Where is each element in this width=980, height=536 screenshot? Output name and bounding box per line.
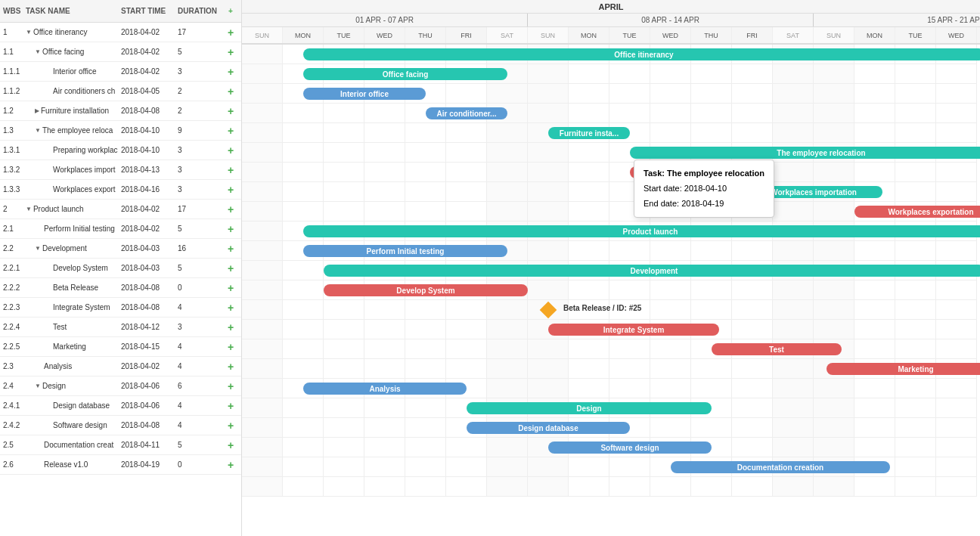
task-name: ▼ Office facing: [26, 48, 121, 56]
add-task-button[interactable]: +: [223, 341, 238, 353]
task-duration: 4: [178, 421, 223, 429]
task-wbs: 1.3.2: [3, 166, 26, 174]
task-duration: 5: [178, 441, 223, 449]
task-duration: 6: [178, 382, 223, 390]
task-start: 2018-04-08: [121, 283, 178, 292]
add-task-button[interactable]: +: [223, 164, 238, 176]
gantt-bar[interactable]: Design database: [467, 422, 630, 434]
gantt-bar[interactable]: Documentation creation: [671, 461, 890, 473]
expand-icon[interactable]: ▼: [26, 29, 32, 36]
gantt-bar[interactable]: Marketing: [826, 363, 980, 375]
task-name: Perform Initial testing: [26, 225, 121, 233]
add-task-button[interactable]: +: [223, 262, 238, 274]
add-task-button[interactable]: +: [223, 400, 238, 412]
task-duration: 9: [178, 126, 223, 135]
start-header: START TIME: [121, 7, 178, 15]
gantt-bar[interactable]: P...: [630, 166, 752, 178]
gantt-bar[interactable]: Develop System: [324, 284, 528, 296]
add-task-button[interactable]: +: [223, 66, 238, 78]
add-task-button[interactable]: +: [223, 321, 238, 333]
gantt-bar[interactable]: Analysis: [303, 383, 467, 395]
add-task-button[interactable]: +: [223, 302, 238, 314]
add-column-header[interactable]: +: [223, 7, 238, 15]
add-task-button[interactable]: +: [223, 203, 238, 215]
task-name: ▶ Furniture installation: [26, 107, 121, 115]
add-task-button[interactable]: +: [223, 361, 238, 373]
gantt-bar[interactable]: Development: [324, 265, 980, 277]
day-cell: TUE: [609, 27, 650, 43]
task-row: 2.2.1 Develop System 2018-04-03 5 +: [0, 259, 241, 278]
task-name: ▼ Development: [26, 244, 121, 253]
task-duration: 16: [178, 244, 223, 253]
add-task-button[interactable]: +: [223, 439, 238, 451]
gantt-row: [242, 300, 977, 320]
task-name: Documentation creat: [26, 441, 121, 449]
task-duration: 2: [178, 87, 223, 95]
task-row: 2.1 Perform Initial testing 2018-04-02 5…: [0, 219, 241, 239]
gantt-bar[interactable]: Workplaces importation: [745, 186, 882, 198]
task-start: 2018-04-11: [121, 441, 178, 449]
gantt-bar[interactable]: Perform Initial testing: [303, 245, 507, 257]
add-task-button[interactable]: +: [223, 184, 238, 196]
task-duration: 0: [178, 460, 223, 469]
gantt-bar[interactable]: Workplaces exportation: [854, 206, 980, 218]
task-name-text: Perform Initial testing: [44, 225, 115, 233]
expand-icon[interactable]: ▼: [35, 383, 41, 389]
gantt-bar[interactable]: Software design: [548, 442, 712, 454]
task-name: Air conditioners ch: [26, 87, 121, 95]
task-name-text: Beta Release: [53, 283, 98, 292]
task-row: 1.1.2 Air conditioners ch 2018-04-05 2 +: [0, 82, 241, 101]
wbs-header: WBS: [3, 7, 26, 15]
gantt-bar[interactable]: Air conditioner...: [426, 107, 507, 119]
task-wbs: 1.3.3: [3, 185, 26, 194]
task-name: Marketing: [26, 342, 121, 351]
add-task-button[interactable]: +: [223, 380, 238, 392]
gantt-bar[interactable]: Interior office: [303, 88, 426, 100]
name-header: TASK NAME: [26, 7, 121, 15]
add-task-button[interactable]: +: [223, 144, 238, 156]
add-task-button[interactable]: +: [223, 243, 238, 255]
gantt-bar[interactable]: Office itinerancy: [303, 48, 980, 60]
add-task-button[interactable]: +: [223, 125, 238, 137]
day-cell: SUN: [528, 27, 569, 43]
gantt-bar[interactable]: Integrate System: [548, 324, 719, 336]
task-start: 2018-04-06: [121, 401, 178, 410]
day-cell: SAT: [487, 27, 528, 43]
expand-icon[interactable]: ▼: [35, 245, 41, 252]
add-task-button[interactable]: +: [223, 459, 238, 471]
add-task-button[interactable]: +: [223, 46, 238, 58]
task-row: 2.2.4 Test 2018-04-12 3 +: [0, 318, 241, 337]
task-start: 2018-04-16: [121, 185, 178, 194]
task-row: 1.2 ▶ Furniture installation 2018-04-08 …: [0, 101, 241, 121]
add-task-button[interactable]: +: [223, 85, 238, 98]
add-task-button[interactable]: +: [223, 26, 238, 39]
expand-icon[interactable]: ▼: [35, 127, 41, 134]
gantt-bar[interactable]: The employee relocation: [630, 147, 980, 159]
gantt-bar[interactable]: Design: [467, 402, 712, 414]
day-cell: WED: [650, 27, 691, 43]
task-name: Integrate System: [26, 303, 121, 311]
gantt-bar[interactable]: Test: [712, 343, 842, 355]
week-row: 01 APR - 07 APR08 APR - 14 APR15 APR - 2…: [242, 14, 980, 27]
task-wbs: 1.1: [3, 48, 26, 56]
add-task-button[interactable]: +: [223, 282, 238, 294]
expand-icon[interactable]: ▼: [35, 48, 41, 55]
day-cell: SAT: [773, 27, 814, 43]
add-task-button[interactable]: +: [223, 223, 238, 235]
task-row: 2.3 Analysis 2018-04-02 4 +: [0, 357, 241, 376]
gantt-bar[interactable]: Product launch: [303, 225, 980, 237]
expand-icon[interactable]: ▼: [26, 206, 32, 212]
task-wbs: 2.1: [3, 225, 26, 233]
gantt-row: [242, 104, 977, 123]
gantt-bar[interactable]: Furniture insta...: [548, 127, 630, 139]
add-task-button[interactable]: +: [223, 420, 238, 432]
gantt-bar[interactable]: Office facing: [303, 68, 507, 80]
expand-icon[interactable]: ▶: [35, 107, 39, 114]
task-duration: 3: [178, 185, 223, 194]
add-task-button[interactable]: +: [223, 105, 238, 117]
task-start: 2018-04-02: [121, 28, 178, 36]
task-start: 2018-04-02: [121, 362, 178, 370]
day-cell: MON: [569, 27, 609, 43]
task-name: ▼ Product launch: [26, 205, 121, 213]
task-name-text: Analysis: [44, 362, 72, 370]
